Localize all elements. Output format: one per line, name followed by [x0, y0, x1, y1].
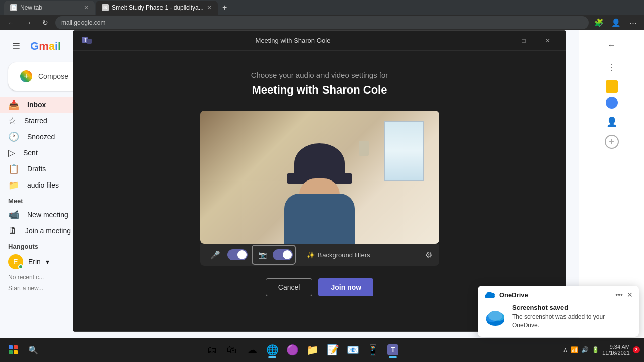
- bg-filters-label: Background filters: [318, 251, 370, 259]
- system-tray: ∧ 📶 🔊 🔋 9:34 AM 11/16/2021 3: [563, 344, 640, 356]
- sent-label: Sent: [23, 149, 38, 157]
- network-icon[interactable]: 📶: [571, 346, 578, 353]
- inbox-icon: 📥: [8, 99, 19, 110]
- taskbar-app-store[interactable]: 🛍: [223, 341, 241, 359]
- battery-icon[interactable]: 🔋: [592, 346, 599, 353]
- taskbar-app-mail[interactable]: 📧: [344, 341, 362, 359]
- action-buttons: Cancel Join now: [266, 278, 373, 296]
- hangout-dropdown-icon: ▾: [46, 258, 49, 266]
- folders-icon: 📁: [306, 344, 319, 356]
- teams-titlebar: T Meeting with Sharon Cole ─ □ ✕: [73, 31, 566, 51]
- store-icon: 🛍: [227, 344, 237, 356]
- system-clock[interactable]: 9:34 AM 11/16/2021: [602, 344, 630, 356]
- notification-body: Screenshot saved The screenshot was adde…: [478, 302, 639, 337]
- address-text: mail.google.com: [61, 19, 105, 26]
- profile-button[interactable]: 👤: [609, 16, 623, 30]
- teams-dialog-title: Meeting with Sharon Cole: [98, 37, 488, 44]
- tab-close-1[interactable]: ✕: [84, 4, 89, 11]
- address-bar[interactable]: mail.google.com: [55, 16, 589, 29]
- taskbar-app-folders[interactable]: 📁: [303, 341, 321, 359]
- svg-point-6: [488, 311, 502, 321]
- mail-icon: 📧: [347, 344, 359, 356]
- tab-label-2: Smelt Study Phase 1 - duplicitya...: [112, 4, 204, 11]
- start-button[interactable]: [4, 341, 22, 359]
- sidebar-add-button[interactable]: +: [605, 135, 619, 149]
- join-meeting-icon: 🗓: [8, 226, 17, 236]
- notification-title-text: Screenshot saved: [512, 304, 633, 311]
- taskbar-app-explorer[interactable]: 🗂: [203, 341, 221, 359]
- gmail-logo: Gmail: [30, 40, 61, 53]
- refresh-button[interactable]: ↻: [38, 16, 52, 30]
- teams-taskbar-icon: T: [387, 344, 398, 355]
- tab-new[interactable]: 📄 New tab ✕: [4, 1, 95, 15]
- body-shape: [284, 194, 355, 244]
- hat-shape: [294, 143, 345, 184]
- taskbar-app-teams[interactable]: T: [384, 341, 402, 359]
- join-meeting-label: Join a meeting: [25, 227, 71, 235]
- tab-favicon-2: ✉: [102, 4, 109, 11]
- close-button[interactable]: ✕: [536, 33, 559, 49]
- sidebar-back-button[interactable]: ←: [603, 36, 621, 54]
- sidebar-contacts-icon[interactable]: [606, 97, 618, 109]
- cancel-button[interactable]: Cancel: [266, 278, 313, 296]
- file-explorer-icon: 🗂: [207, 344, 217, 356]
- onedrive-cloud-icon: [484, 291, 495, 299]
- taskbar-app-phone[interactable]: 📱: [364, 341, 382, 359]
- tab-close-2[interactable]: ✕: [207, 4, 212, 11]
- compose-label: Compose: [38, 72, 68, 80]
- mic-toggle[interactable]: [227, 249, 248, 260]
- tab-bar: 📄 New tab ✕ ✉ Smelt Study Phase 1 - dupl…: [0, 0, 644, 15]
- audio-icon: 📁: [8, 179, 19, 191]
- forward-button[interactable]: →: [21, 16, 35, 30]
- tab-favicon-1: 📄: [10, 4, 17, 11]
- svg-rect-1: [87, 39, 92, 44]
- audio-label: audio files: [27, 181, 59, 189]
- microphone-button[interactable]: 🎤: [207, 247, 223, 263]
- onedrive-large-icon: [484, 306, 506, 328]
- onedrive-notification: OneDrive ••• ✕ Screenshot saved The scre…: [478, 286, 639, 337]
- camera-toggle[interactable]: [273, 249, 293, 260]
- drafts-label: Drafts: [27, 165, 46, 173]
- tab-label-1: New tab: [20, 4, 42, 11]
- new-tab-button[interactable]: +: [219, 2, 231, 14]
- settings-button[interactable]: ⚙: [425, 250, 432, 260]
- starred-label: Starred: [24, 117, 47, 125]
- gmail-menu-button[interactable]: ☰: [8, 38, 24, 54]
- taskbar-app-onedrive[interactable]: ☁: [243, 341, 261, 359]
- minimize-button[interactable]: ─: [488, 33, 511, 49]
- notification-close-button[interactable]: ✕: [627, 291, 633, 299]
- taskbar-app-purple[interactable]: 🟣: [283, 341, 301, 359]
- video-preview: [200, 111, 439, 244]
- windows-logo-icon: [9, 345, 18, 354]
- notification-more-button[interactable]: •••: [615, 291, 623, 299]
- inbox-label: Inbox: [27, 101, 46, 109]
- background-filters-button[interactable]: ✨ Background filters: [302, 249, 375, 261]
- audio-video-subtitle: Choose your audio and video settings for: [251, 71, 388, 79]
- svg-text:T: T: [84, 37, 87, 43]
- volume-icon[interactable]: 🔊: [581, 346, 589, 353]
- camera-group: 📷: [252, 245, 296, 265]
- join-now-button[interactable]: Join now: [318, 278, 373, 296]
- controls-bar: 🎤 📷 ✨ Background filters ⚙: [200, 244, 439, 266]
- camera-toggle-knob: [283, 250, 292, 259]
- back-button[interactable]: ←: [4, 16, 18, 30]
- menu-button[interactable]: ⋯: [626, 16, 640, 30]
- tab-gmail[interactable]: ✉ Smelt Study Phase 1 - duplicitya... ✕: [96, 1, 218, 15]
- taskbar-app-notepad[interactable]: 📝: [324, 341, 342, 359]
- sidebar-more-button[interactable]: ⋮: [603, 58, 621, 76]
- taskbar-app-edge[interactable]: 🌐: [263, 341, 281, 359]
- taskbar-search-button[interactable]: 🔍: [24, 341, 42, 359]
- notification-text: Screenshot saved The screenshot was adde…: [512, 304, 633, 330]
- taskbar: 🔍 🗂 🛍 ☁ 🌐 🟣 📁 📝 📧 📱 T: [0, 338, 644, 362]
- new-meeting-icon: 📹: [8, 209, 19, 220]
- extensions-button[interactable]: 🧩: [592, 16, 606, 30]
- notification-badge[interactable]: 3: [633, 346, 640, 353]
- show-hidden-button[interactable]: ∧: [563, 346, 568, 353]
- maximize-button[interactable]: □: [512, 33, 535, 49]
- camera-button[interactable]: 📷: [255, 247, 271, 263]
- nav-bar: ← → ↻ mail.google.com 🧩 👤 ⋯: [0, 15, 644, 30]
- person-silhouette: [264, 133, 375, 244]
- sidebar-keep-icon[interactable]: [606, 80, 618, 93]
- notification-app-name: OneDrive: [499, 291, 611, 299]
- sidebar-user-icon[interactable]: 👤: [603, 113, 621, 131]
